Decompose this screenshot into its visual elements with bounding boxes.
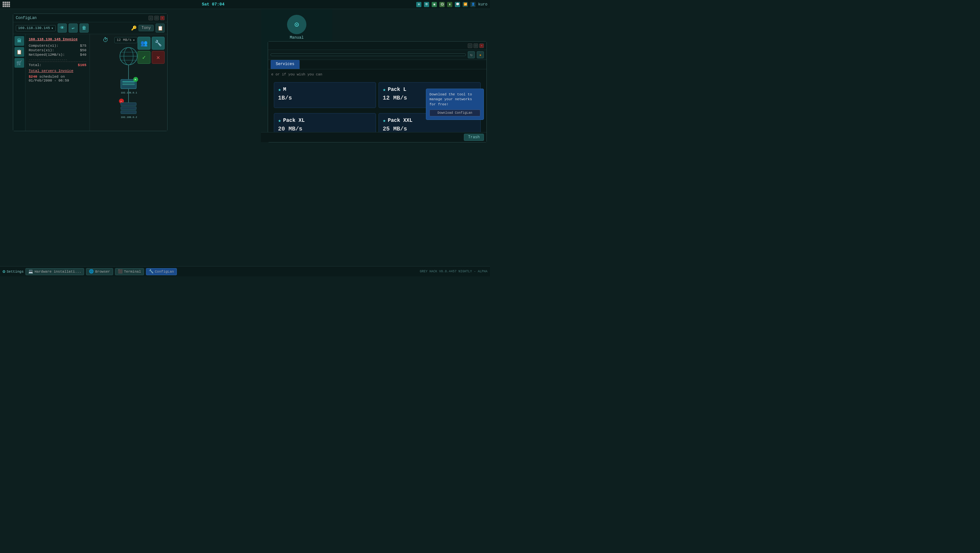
trash-bar: Trash — [261, 132, 487, 142]
settings-icon: ⚙ — [3, 269, 5, 274]
tab-services[interactable]: Services — [270, 60, 300, 69]
invoice-panel: 160.118.130.145 Invoice Computers(x1): $… — [25, 34, 90, 131]
browser-taskbar-item[interactable]: 🌐 Browser — [86, 268, 113, 275]
scheduled-text: scheduled on — [39, 75, 65, 79]
configlan-taskbar-item[interactable]: 🔧 ConfigLan — [146, 268, 177, 275]
terminal-taskbar-item[interactable]: ⬛ Terminal — [115, 268, 144, 275]
cart-icon[interactable]: 🛒 — [14, 58, 24, 68]
invoice-separator: -------------------- — [29, 58, 86, 62]
svg-text:+: + — [134, 78, 136, 81]
routers-value: $50 — [80, 48, 86, 52]
url-bar[interactable] — [270, 54, 466, 56]
cancel-action-button[interactable]: ✕ — [152, 51, 165, 64]
minimize-button[interactable]: – — [148, 16, 153, 20]
pack-xxl-speed: 25 MB/s — [383, 126, 476, 132]
manual-launcher[interactable]: ⊙ Manual — [264, 12, 329, 43]
service-tabs: Services — [268, 60, 487, 69]
ip-address: 160.118.130.145 — [18, 26, 50, 30]
username-label: kuro — [478, 2, 487, 7]
service-content-wrapper: e or if you wish you can ★ M 1B/s ★ Pack — [268, 69, 487, 142]
maximize-button[interactable]: □ — [154, 16, 159, 20]
system-tray: ⊞ ⛨ ▣ ⏻ ▮ 💬 📶 👤 kuro — [416, 2, 487, 7]
svg-rect-15 — [121, 102, 136, 106]
pack-m-title: ★ M — [278, 86, 372, 93]
undo-button[interactable]: ↩ — [68, 24, 78, 33]
pack-m-speed: 1B/s — [278, 95, 372, 101]
wifi-icon: 📶 — [463, 2, 468, 7]
view-button[interactable]: 👁 — [58, 24, 67, 33]
netspeed-line: NetSpeed(12MB/s): $40 — [29, 53, 86, 57]
svg-rect-7 — [123, 81, 135, 83]
settings-launcher[interactable]: ⚙ Settings — [3, 269, 24, 274]
service-window-controls: – □ ✕ — [468, 43, 484, 48]
close-button[interactable]: ✕ — [160, 16, 165, 20]
desktop: ⊙ Manual </> CodeEditor 💬 Chat ConfigLan… — [0, 9, 490, 266]
refresh-button[interactable]: ↻ — [468, 51, 475, 58]
version-label: GREY HACK V0.8.4457 NIGHTLY - ALPHA — [420, 270, 487, 273]
scheduled-info: $240 scheduled on 01/Feb/2000 - 06:59 — [29, 75, 86, 83]
pack-xl-speed: 20 MB/s — [278, 126, 372, 132]
pack-xl-label: Pack XL — [283, 118, 305, 123]
pack-xxl-star: ★ — [383, 117, 386, 124]
service-intro: e or if you wish you can — [271, 73, 483, 76]
service-close[interactable]: ✕ — [479, 43, 484, 48]
hardware-taskbar-item[interactable]: 💻 Hardware installati... — [25, 268, 84, 275]
layers-icon: ⊞ — [416, 2, 422, 7]
netspeed-value: $40 — [80, 53, 86, 57]
network-area: ⏱ 12 MB/s ▾ — [90, 34, 167, 131]
pack-m-star: ★ — [278, 86, 281, 93]
configlan-toolbar: 160.118.130.145 ▾ 👁 ↩ 🗑 🔑 Tony 📋 — [13, 22, 167, 34]
user-display: Tony — [138, 25, 154, 31]
action-buttons: 👥 🔧 ✓ ✕ — [138, 37, 165, 64]
pack-m-card[interactable]: ★ M 1B/s — [274, 82, 376, 108]
shield-icon: ⛨ — [424, 2, 429, 7]
bank-icon[interactable]: 🏛 — [14, 36, 24, 46]
pack-l-label: Pack L — [388, 87, 407, 92]
list-icon[interactable]: 📋 — [14, 47, 24, 57]
confirm-button[interactable]: ✓ — [138, 51, 150, 64]
terminal-icon: ⬛ — [118, 269, 123, 274]
battery-icon: ▮ — [447, 2, 452, 7]
scheduled-date: 01/Feb/2000 - 06:59 — [29, 79, 69, 83]
configlan-title: ConfigLan — [16, 16, 37, 20]
doc-button[interactable]: 📋 — [156, 24, 165, 33]
routers-line: Routers(x1): $50 — [29, 48, 86, 52]
service-minimize[interactable]: – — [468, 43, 472, 48]
ip-dropdown[interactable]: 160.118.130.145 ▾ — [16, 25, 56, 31]
hardware-icon: 💻 — [29, 269, 33, 274]
total-servers-link[interactable]: Total servers Invoice — [29, 69, 86, 73]
chat-tray-icon: 💬 — [455, 2, 460, 7]
computers-label: Computers(x1): — [29, 44, 58, 48]
settings-label: Settings — [6, 270, 24, 274]
total-label: Total: — [29, 63, 41, 67]
trash-tool-button[interactable]: 🗑 — [80, 24, 89, 33]
pack-xl-title: ★ Pack XL — [278, 117, 372, 124]
computers-value: $75 — [80, 44, 86, 48]
display-icon: ▣ — [432, 2, 437, 7]
system-time: Sat 07:04 — [202, 2, 224, 7]
svg-text:192.168.0.1: 192.168.0.1 — [121, 91, 137, 94]
bookmark-button[interactable]: ★ — [477, 51, 484, 58]
download-configlan-button[interactable]: Download ConfigLan — [430, 110, 480, 116]
grid-icon — [3, 2, 10, 7]
download-popup-text: Download the tool to manage your network… — [430, 92, 480, 107]
svg-text:192.168.0.2: 192.168.0.2 — [121, 116, 137, 119]
tools-button[interactable]: 🔧 — [152, 37, 165, 49]
scheduled-amount: $240 — [29, 75, 37, 79]
service-titlebar: – □ ✕ — [268, 41, 487, 50]
app-grid[interactable] — [3, 2, 10, 7]
netspeed-label: NetSpeed(12MB/s): — [29, 53, 65, 57]
service-maximize[interactable]: □ — [474, 43, 478, 48]
browser-label: Browser — [95, 270, 110, 274]
configlan-titlebar: ConfigLan – □ ✕ — [13, 14, 167, 22]
svg-rect-8 — [123, 83, 135, 85]
manual-label: Manual — [290, 35, 304, 40]
window-controls: – □ ✕ — [148, 16, 165, 20]
key-icon: 🔑 — [131, 25, 137, 31]
terminal-label: Terminal — [124, 270, 141, 274]
users-button[interactable]: 👥 — [138, 37, 150, 49]
pack-xxl-label: Pack XXL — [388, 118, 413, 123]
invoice-title: 160.118.130.145 Invoice — [29, 37, 86, 41]
svg-rect-17 — [121, 110, 136, 114]
trash-button[interactable]: Trash — [464, 134, 484, 141]
